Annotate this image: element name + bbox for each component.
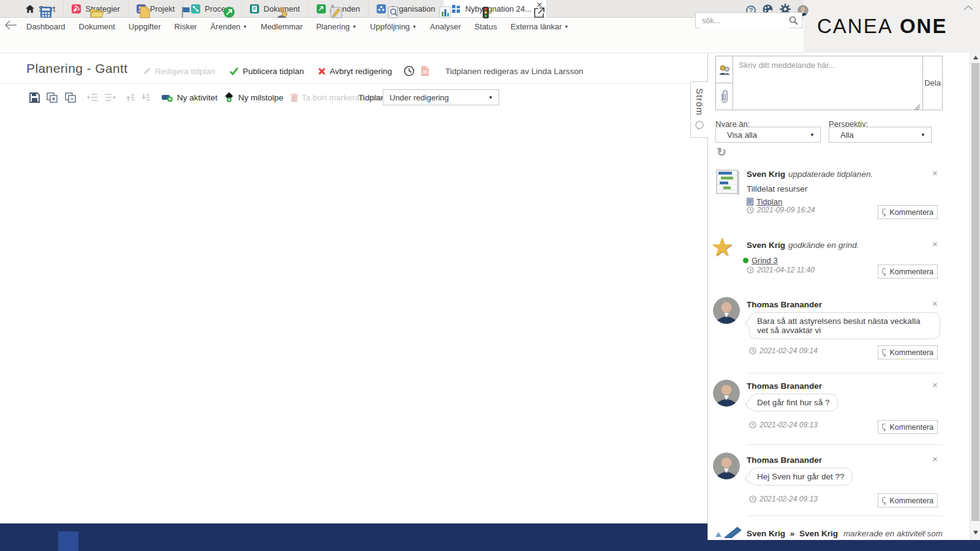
- clock-icon: [749, 347, 756, 354]
- folder-icon: [89, 4, 104, 21]
- followup-icon: [387, 4, 399, 21]
- history-clock-icon[interactable]: [404, 66, 415, 77]
- move-up-button[interactable]: [126, 93, 135, 102]
- analysis-chart-icon: [439, 4, 451, 21]
- menu-label: Uppgifter: [129, 22, 161, 31]
- menu-label: Risker: [175, 22, 197, 31]
- feed-item-body: Tilldelat resurser: [747, 184, 807, 193]
- scroll-down-icon[interactable]: [973, 531, 978, 534]
- new-milestone-button[interactable]: Ny milstolpe: [224, 92, 284, 102]
- dashboard-icon: [40, 4, 52, 21]
- newer-filter-dropdown[interactable]: Visa alla ▼: [715, 127, 821, 143]
- move-down-button[interactable]: [141, 93, 150, 102]
- menu-medlemmar[interactable]: Medlemmar: [254, 2, 310, 33]
- paperclip-icon: [720, 90, 729, 103]
- dismiss-item-icon[interactable]: ×: [932, 241, 938, 247]
- perspective-filter-value: Alla: [835, 130, 854, 140]
- avatar: [713, 380, 740, 407]
- expand-all-button[interactable]: [47, 92, 58, 103]
- publish-plan-button[interactable]: Publicera tidplan: [229, 67, 304, 76]
- dismiss-item-icon[interactable]: ×: [932, 456, 938, 462]
- plan-dropdown[interactable]: Under redigering ▼: [383, 89, 499, 105]
- clock-icon: [749, 421, 756, 429]
- indent-button[interactable]: [105, 93, 116, 102]
- task-page-icon: [140, 4, 150, 21]
- refresh-icon[interactable]: ↻: [717, 145, 726, 159]
- menu-analyser[interactable]: Analyser: [423, 2, 468, 33]
- app-window: Start Strategier Projekt Process Dokumen…: [0, 0, 980, 551]
- comment-button[interactable]: Kommentera: [878, 493, 938, 508]
- feed-item-head: Sven Kriguppdaterade tidplanen.: [747, 170, 873, 179]
- attachment-cell[interactable]: [715, 83, 733, 110]
- feed-item-head: Sven Kriggodkände en grind.: [747, 241, 859, 250]
- stream-vertical-scrollbar[interactable]: [970, 52, 980, 540]
- tidplan-link[interactable]: Tidplan: [747, 197, 782, 206]
- edit-plan-button[interactable]: Redigera tidplan: [143, 67, 215, 76]
- dismiss-item-icon[interactable]: ×: [932, 170, 938, 176]
- scrollbar-thumb[interactable]: [971, 63, 979, 521]
- recipient-picker-cell[interactable]: [715, 56, 733, 83]
- dismiss-item-icon[interactable]: ×: [921, 530, 927, 536]
- menu-planering[interactable]: Planering▼: [309, 2, 363, 33]
- cases-circle-icon: [223, 4, 235, 21]
- menu-risker[interactable]: Risker: [168, 2, 204, 33]
- menu-status[interactable]: Status: [468, 2, 504, 33]
- comment-button[interactable]: Kommentera: [878, 345, 938, 359]
- logo-area: CANEA ONE: [804, 0, 980, 53]
- back-arrow-icon[interactable]: [2, 17, 18, 33]
- stream-panel-tab[interactable]: Ström: [690, 81, 708, 138]
- pdf-export-icon[interactable]: [420, 66, 430, 77]
- chat-bubble: Det går fint hur så ?: [749, 394, 838, 411]
- editing-status-text: Tidplanen redigeras av Linda Larsson: [445, 67, 583, 76]
- share-button[interactable]: Dela: [922, 56, 943, 110]
- pencil-icon: [143, 67, 151, 75]
- clock-icon: [747, 266, 754, 274]
- comment-button[interactable]: Kommentera: [878, 264, 938, 279]
- chevron-down-icon: ▼: [352, 24, 356, 29]
- resize-handle-icon[interactable]: [914, 102, 921, 113]
- feed-item-head: Thomas Branander: [747, 381, 822, 391]
- perspective-filter-dropdown[interactable]: Alla ▼: [829, 127, 932, 143]
- menu-label: Externa länkar: [510, 22, 562, 31]
- feed-item-time: 2021-02-24 09:14: [749, 347, 818, 355]
- save-button[interactable]: [29, 92, 40, 103]
- cancel-edit-button[interactable]: Avbryt redigering: [318, 67, 392, 76]
- feed-item-head: Thomas Branander: [747, 455, 822, 465]
- menu-dashboard[interactable]: Dashboard: [20, 2, 72, 33]
- message-input[interactable]: [733, 56, 923, 110]
- comment-bubble-icon: [882, 268, 886, 276]
- menu-arenden[interactable]: Ärenden▼: [203, 2, 254, 33]
- menu-dokument[interactable]: Dokument: [72, 2, 122, 33]
- gate-dot-icon: [743, 258, 748, 263]
- outdent-button[interactable]: [87, 93, 98, 102]
- menu-uppfoljning[interactable]: Uppföljning▼: [363, 2, 423, 33]
- module-menu: Dashboard Dokument Uppgifter Risker Ären…: [20, 2, 575, 33]
- search-icon[interactable]: [789, 16, 798, 28]
- scroll-up-icon[interactable]: [973, 56, 978, 59]
- chevron-down-icon: ▼: [488, 95, 493, 100]
- menu-uppgifter[interactable]: Uppgifter: [122, 2, 168, 33]
- feed-separator: [747, 373, 943, 373]
- new-activity-button[interactable]: Ny aktivitet: [162, 93, 217, 102]
- menu-label: Dashboard: [26, 22, 66, 31]
- clock-icon: [749, 495, 756, 503]
- planning-icon: [330, 4, 342, 21]
- stream-panel: Dela Nyare än: Visa alla ▼ Perspektiv: A…: [707, 52, 980, 540]
- grind3-link[interactable]: Grind 3: [743, 256, 778, 265]
- external-link-icon: [533, 4, 545, 21]
- newer-filter-value: Visa alla: [722, 130, 757, 140]
- comment-button[interactable]: Kommentera: [878, 420, 938, 434]
- avatar: [713, 452, 740, 479]
- comment-bubble-icon: [882, 423, 886, 432]
- feed-item-head: Thomas Branander: [747, 300, 822, 309]
- dismiss-item-icon[interactable]: ×: [932, 301, 938, 307]
- feed-item-time: 2021-02-24 09:13: [749, 421, 818, 429]
- menu-externa-lankar[interactable]: Externa länkar▼: [503, 2, 575, 33]
- collapse-chevron-up-icon[interactable]: [963, 2, 974, 13]
- schedule-update-icon: [715, 168, 740, 198]
- dismiss-item-icon[interactable]: ×: [932, 382, 938, 388]
- comment-button[interactable]: Kommentera: [878, 205, 938, 219]
- search-input[interactable]: [701, 13, 789, 28]
- mini-doc-icon: [747, 198, 753, 206]
- collapse-all-button[interactable]: [65, 92, 77, 103]
